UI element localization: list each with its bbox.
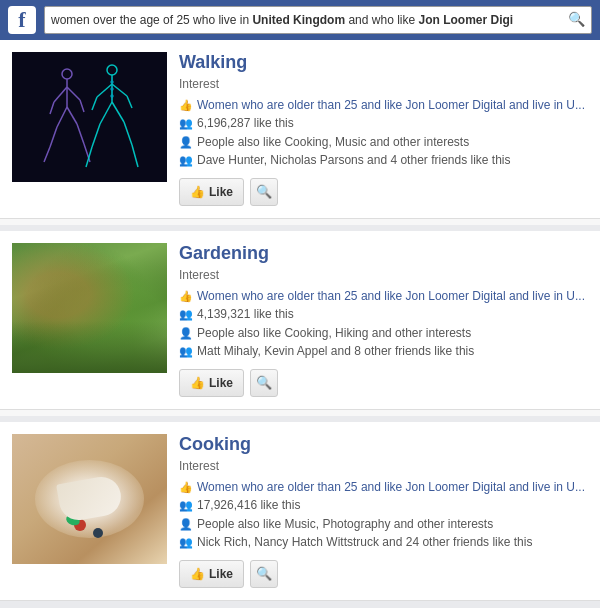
likes-icon: 👥 bbox=[179, 116, 193, 130]
result-friends-cooking: 👥 Nick Rich, Nancy Hatch Wittstruck and … bbox=[179, 535, 588, 551]
result-card-gardening: Gardening Interest 👍 Women who are older… bbox=[0, 231, 600, 410]
result-type-walking: Interest bbox=[179, 77, 588, 91]
result-people-also-cooking: 👤 People also like Music, Photography an… bbox=[179, 517, 588, 533]
search-icon[interactable]: 🔍 bbox=[568, 10, 585, 30]
result-image-cooking bbox=[12, 434, 167, 564]
result-likes-walking: 👥 6,196,287 like this bbox=[179, 116, 588, 132]
likes-icon-g: 👥 bbox=[179, 307, 193, 321]
people-also-text: People also like Cooking, Music and othe… bbox=[197, 135, 469, 151]
result-image-walking bbox=[12, 52, 167, 182]
friends-text-c: Nick Rich, Nancy Hatch Wittstruck and 24… bbox=[197, 535, 532, 551]
result-card-walking: Walking Interest 👍 Women who are older t… bbox=[0, 40, 600, 219]
results-container: Walking Interest 👍 Women who are older t… bbox=[0, 40, 600, 601]
cooking-dark-accent bbox=[93, 528, 103, 538]
people-icon-g: 👤 bbox=[179, 326, 193, 340]
result-likes-gardening: 👥 4,139,321 like this bbox=[179, 307, 588, 323]
friends-icon-g: 👥 bbox=[179, 344, 193, 358]
search-query-text: women over the age of 25 who live in Uni… bbox=[51, 12, 562, 29]
result-desc-text: Women who are older than 25 and like Jon… bbox=[197, 98, 585, 114]
result-people-also-gardening: 👤 People also like Cooking, Hiking and o… bbox=[179, 326, 588, 342]
svg-rect-0 bbox=[12, 52, 167, 182]
people-icon: 👤 bbox=[179, 135, 193, 149]
result-image-gardening bbox=[12, 243, 167, 373]
likes-count-c: 17,926,416 like this bbox=[197, 498, 300, 514]
thumbs-up-btn-icon-g: 👍 bbox=[190, 376, 205, 390]
search-button-gardening[interactable]: 🔍 bbox=[250, 369, 278, 397]
people-icon-c: 👤 bbox=[179, 517, 193, 531]
result-title-cooking: Cooking bbox=[179, 434, 588, 456]
result-type-gardening: Interest bbox=[179, 268, 588, 282]
result-description-cooking: 👍 Women who are older than 25 and like J… bbox=[179, 480, 588, 496]
friends-text: Dave Hunter, Nicholas Parsons and 4 othe… bbox=[197, 153, 511, 169]
friends-icon-c: 👥 bbox=[179, 535, 193, 549]
result-people-also-walking: 👤 People also like Cooking, Music and ot… bbox=[179, 135, 588, 151]
result-actions-cooking: 👍 Like 🔍 bbox=[179, 560, 588, 588]
like-button-gardening[interactable]: 👍 Like bbox=[179, 369, 244, 397]
search-small-icon: 🔍 bbox=[256, 184, 272, 199]
result-content-cooking: Cooking Interest 👍 Women who are older t… bbox=[179, 434, 588, 588]
result-desc-text-g: Women who are older than 25 and like Jon… bbox=[197, 289, 585, 305]
search-button-walking[interactable]: 🔍 bbox=[250, 178, 278, 206]
result-title-walking: Walking bbox=[179, 52, 588, 74]
likes-count-g: 4,139,321 like this bbox=[197, 307, 294, 323]
result-actions-gardening: 👍 Like 🔍 bbox=[179, 369, 588, 397]
result-description-gardening: 👍 Women who are older than 25 and like J… bbox=[179, 289, 588, 305]
facebook-logo: f bbox=[8, 6, 36, 34]
result-description-walking: 👍 Women who are older than 25 and like J… bbox=[179, 98, 588, 114]
result-friends-gardening: 👥 Matt Mihaly, Kevin Appel and 8 other f… bbox=[179, 344, 588, 360]
result-title-gardening: Gardening bbox=[179, 243, 588, 265]
people-also-text-c: People also like Music, Photography and … bbox=[197, 517, 493, 533]
thumbs-up-icon-g: 👍 bbox=[179, 289, 193, 303]
thumbs-up-icon-c: 👍 bbox=[179, 480, 193, 494]
friends-text-g: Matt Mihaly, Kevin Appel and 8 other fri… bbox=[197, 344, 474, 360]
like-button-cooking[interactable]: 👍 Like bbox=[179, 560, 244, 588]
people-also-text-g: People also like Cooking, Hiking and oth… bbox=[197, 326, 471, 342]
svg-point-27 bbox=[111, 88, 114, 91]
result-card-cooking: Cooking Interest 👍 Women who are older t… bbox=[0, 422, 600, 601]
search-button-cooking[interactable]: 🔍 bbox=[250, 560, 278, 588]
svg-point-28 bbox=[111, 95, 114, 98]
likes-count: 6,196,287 like this bbox=[197, 116, 294, 132]
result-type-cooking: Interest bbox=[179, 459, 588, 473]
friends-icon: 👥 bbox=[179, 153, 193, 167]
result-likes-cooking: 👥 17,926,416 like this bbox=[179, 498, 588, 514]
thumbs-up-btn-icon-c: 👍 bbox=[190, 567, 205, 581]
search-small-icon-c: 🔍 bbox=[256, 566, 272, 581]
search-bar[interactable]: women over the age of 25 who live in Uni… bbox=[44, 6, 592, 34]
header: f women over the age of 25 who live in U… bbox=[0, 0, 600, 40]
result-actions-walking: 👍 Like 🔍 bbox=[179, 178, 588, 206]
search-small-icon-g: 🔍 bbox=[256, 375, 272, 390]
result-desc-text-c: Women who are older than 25 and like Jon… bbox=[197, 480, 585, 496]
likes-icon-c: 👥 bbox=[179, 498, 193, 512]
thumbs-up-btn-icon: 👍 bbox=[190, 185, 205, 199]
svg-point-26 bbox=[111, 81, 114, 84]
result-friends-walking: 👥 Dave Hunter, Nicholas Parsons and 4 ot… bbox=[179, 153, 588, 169]
like-button-walking[interactable]: 👍 Like bbox=[179, 178, 244, 206]
result-content-walking: Walking Interest 👍 Women who are older t… bbox=[179, 52, 588, 206]
thumbs-up-icon: 👍 bbox=[179, 98, 193, 112]
result-content-gardening: Gardening Interest 👍 Women who are older… bbox=[179, 243, 588, 397]
